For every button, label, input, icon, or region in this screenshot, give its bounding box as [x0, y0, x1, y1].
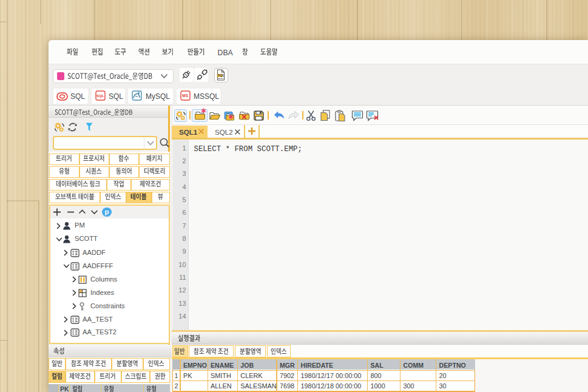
svg-text:MS: MS: [182, 93, 188, 98]
svg-text:SQL: SQL: [217, 73, 225, 77]
svg-text:SQL: SQL: [96, 93, 104, 98]
